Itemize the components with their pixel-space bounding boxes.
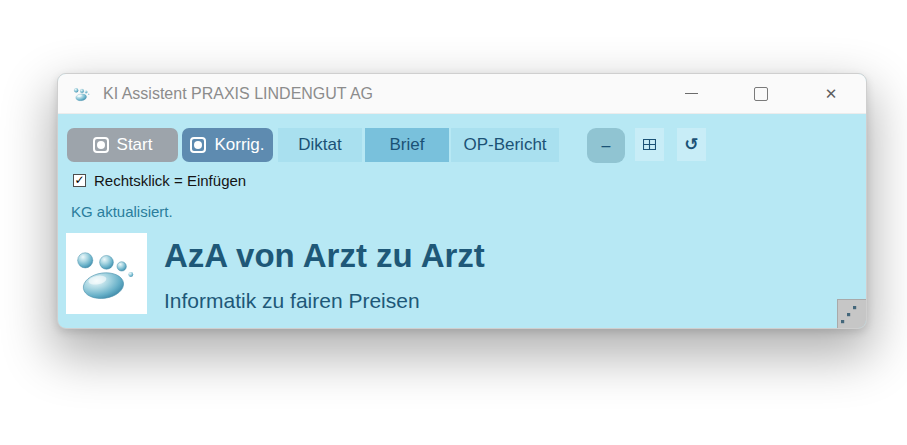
minus-button-label: – (602, 137, 611, 155)
brand-subtitle: Informatik zu fairen Preisen (164, 288, 420, 314)
brand-title: AzA von Arzt zu Arzt (164, 237, 485, 275)
maximize-button[interactable] (726, 74, 796, 113)
op-bericht-button[interactable]: OP-Bericht (451, 128, 559, 162)
diktat-button[interactable]: Diktat (278, 128, 362, 162)
water-drops-logo-icon (66, 233, 147, 314)
checkmark-icon: ✓ (74, 174, 84, 186)
start-button[interactable]: Start (67, 128, 178, 162)
start-button-label: Start (117, 135, 153, 155)
refresh-icon: ↺ (684, 134, 698, 155)
grid-button[interactable] (635, 128, 664, 161)
korrig-button-label: Korrig. (214, 135, 264, 155)
minimize-button[interactable] (656, 74, 726, 113)
korrig-button[interactable]: Korrig. (182, 128, 273, 162)
rightclick-option-row: ✓ Rechtsklick = Einfügen (73, 172, 246, 189)
brief-button[interactable]: Brief (365, 128, 449, 162)
titlebar[interactable]: KI Assistent PRAXIS LINDENGUT AG ✕ (58, 74, 866, 114)
rightclick-checkbox-label: Rechtsklick = Einfügen (94, 172, 246, 189)
close-button[interactable]: ✕ (796, 74, 866, 113)
brief-button-label: Brief (390, 135, 425, 155)
refresh-button[interactable]: ↺ (677, 128, 706, 161)
window-title: KI Assistent PRAXIS LINDENGUT AG (103, 85, 373, 103)
rightclick-checkbox[interactable]: ✓ (73, 174, 86, 187)
company-logo (66, 233, 147, 314)
record-icon (190, 137, 206, 153)
grid-icon (643, 138, 656, 151)
app-window: KI Assistent PRAXIS LINDENGUT AG ✕ Start… (57, 73, 867, 329)
window-controls: ✕ (656, 74, 866, 113)
resize-grip-icon (838, 300, 866, 328)
app-logo-icon (71, 83, 93, 105)
close-icon: ✕ (825, 86, 838, 101)
minus-button[interactable]: – (587, 128, 625, 163)
record-icon (93, 137, 109, 153)
maximize-icon (754, 87, 768, 101)
status-message: KG aktualisiert. (71, 203, 173, 220)
resize-grip[interactable] (837, 299, 866, 328)
op-bericht-button-label: OP-Bericht (463, 135, 546, 155)
diktat-button-label: Diktat (298, 135, 341, 155)
minimize-icon (685, 93, 698, 94)
